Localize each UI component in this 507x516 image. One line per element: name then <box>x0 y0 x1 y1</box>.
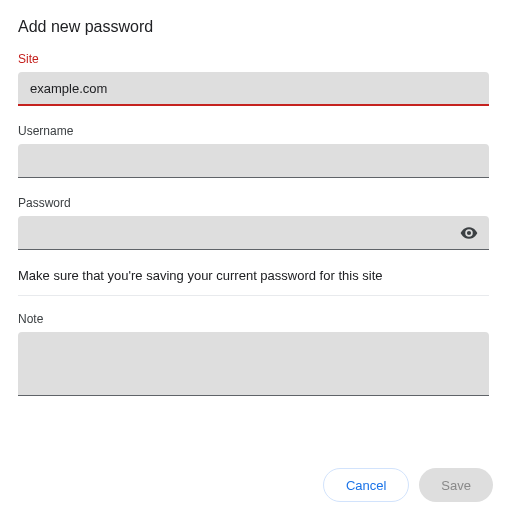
helper-text: Make sure that you're saving your curren… <box>18 268 489 283</box>
password-input[interactable] <box>18 216 489 250</box>
site-field-group: Site <box>18 52 489 106</box>
note-input[interactable] <box>18 332 489 396</box>
note-label: Note <box>18 312 489 326</box>
dialog-footer: Cancel Save <box>323 468 493 502</box>
site-input[interactable] <box>18 72 489 106</box>
password-label: Password <box>18 196 489 210</box>
save-button[interactable]: Save <box>419 468 493 502</box>
site-label: Site <box>18 52 489 66</box>
password-field-group: Password <box>18 196 489 250</box>
eye-icon <box>459 223 479 243</box>
cancel-button[interactable]: Cancel <box>323 468 409 502</box>
username-label: Username <box>18 124 489 138</box>
show-password-button[interactable] <box>455 219 483 247</box>
divider <box>18 295 489 296</box>
dialog-title: Add new password <box>18 18 489 36</box>
username-input[interactable] <box>18 144 489 178</box>
note-field-group: Note <box>18 312 489 400</box>
username-field-group: Username <box>18 124 489 178</box>
